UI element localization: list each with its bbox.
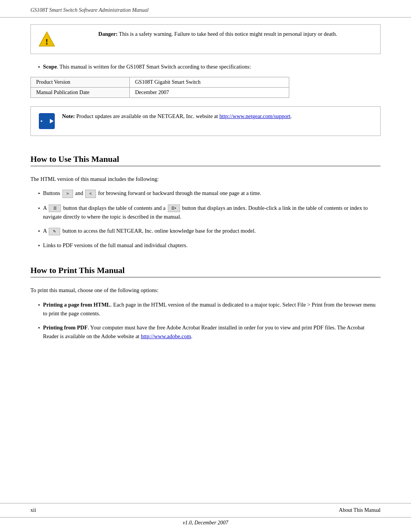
danger-notice-box: ! Danger: This is a safety warning. Fail… <box>30 24 381 54</box>
bullet-pdf-text: Links to PDF versions of the full manual… <box>43 241 381 250</box>
toc-button-icon: ☰ <box>49 204 61 212</box>
bullet-dot-2: • <box>38 204 40 221</box>
spacer-3 <box>30 256 381 262</box>
spec-label-pub-date: Manual Publication Date <box>31 88 130 98</box>
note-text-content: Note: Product updates are available on t… <box>62 112 292 121</box>
svg-text:!: ! <box>45 37 48 46</box>
note-box: Note: Product updates are available on t… <box>30 106 381 136</box>
how-print-intro: To print this manual, choose one of the … <box>30 286 381 295</box>
page-content: ! Danger: This is a safety warning. Fail… <box>0 24 411 499</box>
how-use-intro: The HTML version of this manual includes… <box>30 175 381 184</box>
bullet-dot-1: • <box>38 189 40 198</box>
back-button-icon: < <box>85 190 96 198</box>
page-footer: xii About This Manual <box>0 503 411 517</box>
note-period: . <box>290 113 292 119</box>
note-label: Note: <box>62 113 75 119</box>
scope-paragraph: • Scope. This manual is written for the … <box>30 62 381 72</box>
bullet-dot-3: • <box>38 227 40 236</box>
footer-version: v1.0, December 2007 <box>0 517 411 532</box>
danger-icon: ! <box>38 30 56 48</box>
scope-intro-text: . This manual is written for the GS108T … <box>57 64 251 70</box>
spec-value-product-version: GS108T Gigabit Smart Switch <box>130 77 289 88</box>
scope-bullet: • <box>38 63 40 72</box>
bullet-print-pdf: • Printing from PDF. Your computer must … <box>30 323 381 341</box>
spacer-2 <box>30 169 381 175</box>
section-heading-how-print: How to Print This Manual <box>30 265 381 278</box>
bullet-kb: • A ✎ button to access the full NETGEAR,… <box>30 227 381 236</box>
bullet-dot-6: • <box>38 324 40 341</box>
footer-section-name: About This Manual <box>339 507 381 513</box>
danger-text: Danger: This is a safety warning. Failur… <box>62 30 373 38</box>
scope-text: Scope. This manual is written for the GS… <box>43 62 381 72</box>
page: GS108T Smart Switch Software Administrat… <box>0 0 411 532</box>
note-link[interactable]: http://www.netgear.com/support <box>220 113 291 119</box>
bullet-pdf: • Links to PDF versions of the full manu… <box>30 241 381 250</box>
footer-page-num: xii <box>30 507 36 513</box>
bullet-nav-text: Buttons > and < for browsing forward or … <box>43 189 381 198</box>
kb-button-icon: ✎ <box>49 228 60 235</box>
bullet-nav-buttons: • Buttons > and < for browsing forward o… <box>30 189 381 198</box>
bullet-print-html-text: Printing a page from HTML. Each page in … <box>43 300 381 318</box>
print-html-label: Printing a page from HTML <box>43 302 110 308</box>
forward-button-icon: > <box>62 190 73 198</box>
danger-body: This is a safety warning. Failure to tak… <box>119 31 337 37</box>
footer-version-text: v1.0, December 2007 <box>183 520 228 526</box>
print-pdf-label: Printing from PDF <box>43 324 88 331</box>
spacer-4 <box>30 280 381 286</box>
spec-row-pub-date: Manual Publication Date December 2007 <box>31 88 289 98</box>
scope-label: Scope <box>43 64 57 70</box>
note-body: Product updates are available on the NET… <box>76 113 219 119</box>
bullet-dot-4: • <box>38 241 40 250</box>
bullet-kb-text: A ✎ button to access the full NETGEAR, I… <box>43 227 381 236</box>
index-button-icon: ☰• <box>168 204 180 212</box>
page-header: GS108T Smart Switch Software Administrat… <box>0 0 411 18</box>
spec-value-pub-date: December 2007 <box>130 88 289 98</box>
danger-triangle-icon: ! <box>38 31 55 48</box>
adobe-link[interactable]: http://www.adobe.com <box>141 333 191 339</box>
spec-label-product-version: Product Version <box>31 77 130 88</box>
bullet-toc: • A ☰ button that displays the table of … <box>30 204 381 221</box>
note-arrow-icon <box>38 113 55 129</box>
manual-title: GS108T Smart Switch Software Administrat… <box>30 7 149 13</box>
bullet-print-pdf-text: Printing from PDF. Your computer must ha… <box>43 323 381 341</box>
danger-label: Danger: <box>98 31 118 37</box>
spacer-1 <box>30 144 381 150</box>
section-heading-how-use: How to Use This Manual <box>30 154 381 166</box>
bullet-dot-5: • <box>38 301 40 318</box>
spec-row-product-version: Product Version GS108T Gigabit Smart Swi… <box>31 77 289 88</box>
note-icon <box>38 112 56 130</box>
bullet-print-html: • Printing a page from HTML. Each page i… <box>30 300 381 318</box>
bullet-toc-text: A ☰ button that displays the table of co… <box>43 204 381 221</box>
spec-table: Product Version GS108T Gigabit Smart Swi… <box>30 77 289 98</box>
